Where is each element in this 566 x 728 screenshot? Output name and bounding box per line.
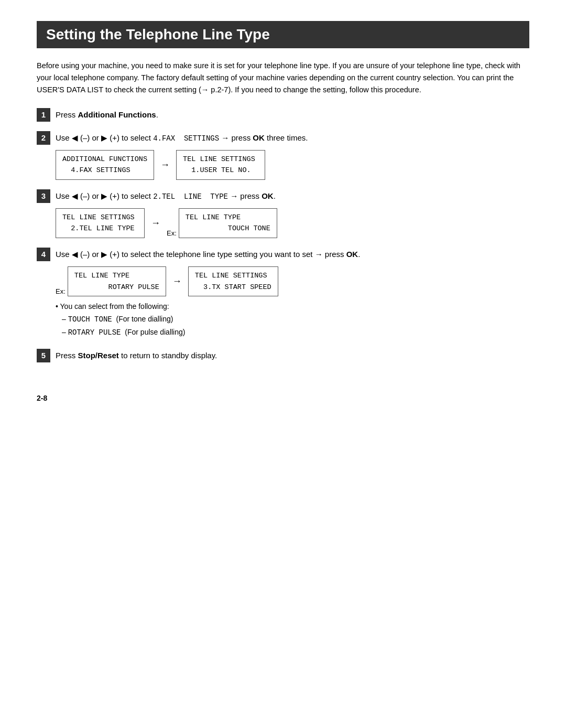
step-3-screens: TEL LINE SETTINGS 2.TEL LINE TYPE → Ex: … <box>56 208 529 238</box>
step-3-arrow: → <box>151 218 160 229</box>
step-1-number: 1 <box>37 108 50 122</box>
step-3-text: Use ◀ (–) or ▶ (+) to select 2.TEL LINE … <box>56 189 276 202</box>
step-4-ex-label-left: Ex: <box>56 287 66 295</box>
page-title: Setting the Telephone Line Type <box>37 21 529 48</box>
step-4-ok: OK <box>346 250 358 259</box>
step-2-arrow: → <box>160 159 170 170</box>
step-2-text: Use ◀ (–) or ▶ (+) to select 4.FAX SETTI… <box>56 131 308 144</box>
step-3-screen-right: TEL LINE TYPE TOUCH TONE <box>179 208 277 238</box>
step-5-bold: Stop/Reset <box>78 351 119 360</box>
step-5-text: Press Stop/Reset to return to standby di… <box>56 349 217 362</box>
step-3-ex-label: Ex: <box>167 229 177 237</box>
step-3-screen-left: TEL LINE SETTINGS 2.TEL LINE TYPE <box>56 208 145 238</box>
step-3-number: 3 <box>37 189 50 203</box>
step-3-ok: OK <box>262 191 274 200</box>
step-4-dash-touch: TOUCH TONE (For tone dialling) <box>62 313 529 326</box>
step-4-number: 4 <box>37 248 50 261</box>
step-4-arrow: → <box>172 276 182 287</box>
step-3-mono: 2.TEL LINE TYPE <box>153 192 228 201</box>
step-5-number: 5 <box>37 349 50 362</box>
step-1-block: 1 Press Additional Functions. <box>37 108 529 122</box>
step-4-bullet-1: You can select from the following: <box>56 301 529 313</box>
step-3-block: 3 Use ◀ (–) or ▶ (+) to select 2.TEL LIN… <box>37 189 529 238</box>
step-4-text: Use ◀ (–) or ▶ (+) to select the telepho… <box>56 248 360 261</box>
step-2-screens: ADDITIONAL FUNCTIONS 4.FAX SETTINGS → TE… <box>56 150 529 180</box>
step-2-screen-right: TEL LINE SETTINGS 1.USER TEL NO. <box>176 150 265 180</box>
step-5-block: 5 Press Stop/Reset to return to standby … <box>37 349 529 362</box>
step-4-dashes: TOUCH TONE (For tone dialling) ROTARY PU… <box>62 313 529 339</box>
step-2-number: 2 <box>37 131 50 145</box>
page-footer: 2-8 <box>37 394 529 402</box>
step-4-bullets: You can select from the following: <box>56 301 529 313</box>
step-2-mono: 4.FAX SETTINGS <box>153 134 219 143</box>
step-4-block: 4 Use ◀ (–) or ▶ (+) to select the telep… <box>37 248 529 339</box>
step-2-block: 2 Use ◀ (–) or ▶ (+) to select 4.FAX SET… <box>37 131 529 180</box>
step-4-screen-left: TEL LINE TYPE ROTARY PULSE <box>68 266 166 296</box>
intro-paragraph: Before using your machine, you need to m… <box>37 60 529 97</box>
step-2-ok: OK <box>253 133 265 142</box>
step-2-screen-left: ADDITIONAL FUNCTIONS 4.FAX SETTINGS <box>56 150 154 180</box>
step-4-screens: Ex: TEL LINE TYPE ROTARY PULSE → TEL LIN… <box>56 266 529 296</box>
step-4-screen-right: TEL LINE SETTINGS 3.TX START SPEED <box>188 266 278 296</box>
step-4-dash-rotary: ROTARY PULSE (For pulse dialling) <box>62 326 529 339</box>
step-1-bold: Additional Functions <box>78 110 156 119</box>
step-1-text: Press Additional Functions. <box>56 108 158 121</box>
